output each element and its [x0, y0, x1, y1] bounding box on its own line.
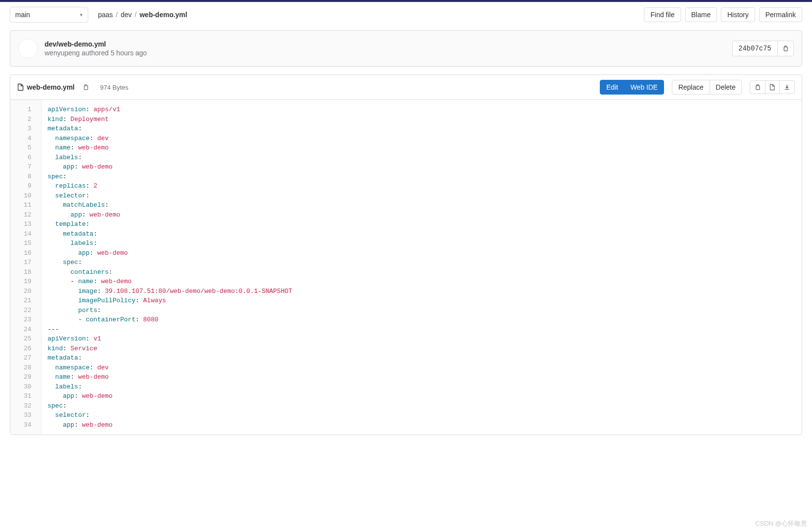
line-number[interactable]: 4 [10, 134, 33, 144]
code-line: app: web-demo [48, 391, 796, 401]
line-number[interactable]: 26 [10, 344, 33, 354]
code-line: image: 39.108.107.51:80/web-demo/web-dem… [48, 287, 796, 296]
edit-group: Edit Web IDE [600, 80, 664, 95]
line-number[interactable]: 15 [10, 239, 33, 248]
code-line: metadata: [48, 124, 796, 134]
file-size: 974 Bytes [100, 84, 128, 91]
code-line: name: web-demo [48, 372, 796, 382]
line-number[interactable]: 6 [10, 153, 33, 163]
line-number[interactable]: 33 [10, 410, 33, 420]
blame-button[interactable]: Blame [685, 7, 717, 22]
line-number[interactable]: 24 [10, 325, 33, 335]
line-number[interactable]: 31 [10, 391, 33, 401]
code-content[interactable]: apiVersion: apps/v1kind: Deploymentmetad… [42, 100, 802, 434]
line-number[interactable]: 16 [10, 248, 33, 258]
line-number[interactable]: 10 [10, 191, 33, 201]
find-file-button[interactable]: Find file [644, 7, 681, 22]
code-line: selector: [48, 410, 796, 420]
line-number[interactable]: 12 [10, 210, 33, 220]
line-number[interactable]: 25 [10, 334, 33, 344]
commit-sha[interactable]: 24b07c75 [732, 41, 778, 56]
line-number[interactable]: 21 [10, 296, 33, 306]
permalink-button[interactable]: Permalink [759, 7, 802, 22]
line-number[interactable]: 9 [10, 181, 33, 191]
code-line: metadata: [48, 229, 796, 239]
line-number[interactable]: 1 [10, 105, 33, 115]
code-line: selector: [48, 191, 796, 201]
code-line: app: web-demo [48, 210, 796, 220]
svg-rect-2 [756, 86, 760, 90]
code-line: spec: [48, 258, 796, 267]
code-line: kind: Deployment [48, 115, 796, 124]
file-panel: web-demo.yml 974 Bytes Edit Web IDE Repl… [10, 74, 802, 435]
line-number[interactable]: 3 [10, 124, 33, 134]
commit-verb: authored [82, 49, 109, 57]
delete-button[interactable]: Delete [710, 80, 742, 95]
line-number[interactable]: 11 [10, 200, 33, 210]
line-number[interactable]: 28 [10, 363, 33, 373]
download-icon [784, 84, 790, 91]
line-number[interactable]: 22 [10, 306, 33, 315]
history-button[interactable]: History [721, 7, 755, 22]
code-area: 1234567891011121314151617181920212223242… [10, 100, 802, 434]
webide-button[interactable]: Web IDE [624, 80, 664, 95]
replace-button[interactable]: Replace [672, 80, 710, 95]
code-line: app: web-demo [48, 248, 796, 258]
download-button[interactable] [779, 80, 795, 94]
clipboard-icon [754, 84, 761, 91]
clipboard-icon [782, 45, 789, 52]
code-line: apiVersion: v1 [48, 334, 796, 344]
line-number[interactable]: 13 [10, 219, 33, 229]
breadcrumb: paas / dev / web-demo.yml [98, 11, 187, 19]
breadcrumb-mid[interactable]: dev [121, 11, 132, 19]
code-line: matchLabels: [48, 200, 796, 210]
code-line: name: web-demo [48, 143, 796, 153]
line-number[interactable]: 14 [10, 229, 33, 239]
file-icon [17, 83, 24, 91]
code-line: namespace: dev [48, 363, 796, 373]
commit-title[interactable]: dev/web-demo.yml [45, 40, 725, 48]
replace-delete-group: Replace Delete [672, 80, 742, 95]
copy-contents-button[interactable] [750, 80, 765, 94]
commit-author[interactable]: wenyupeng [45, 49, 80, 57]
line-number[interactable]: 18 [10, 267, 33, 277]
copy-sha-button[interactable] [778, 41, 794, 56]
code-line: app: web-demo [48, 162, 796, 172]
line-number[interactable]: 7 [10, 162, 33, 172]
document-icon [769, 84, 775, 91]
line-number[interactable]: 27 [10, 353, 33, 363]
breadcrumb-current: web-demo.yml [140, 11, 187, 19]
edit-button[interactable]: Edit [600, 80, 624, 95]
code-line: kind: Service [48, 344, 796, 354]
line-number[interactable]: 29 [10, 372, 33, 382]
branch-selector[interactable]: main ▾ [10, 7, 88, 23]
line-number[interactable]: 17 [10, 258, 33, 267]
raw-button[interactable] [765, 80, 780, 94]
line-number[interactable]: 5 [10, 143, 33, 153]
line-number[interactable]: 30 [10, 382, 33, 392]
line-number[interactable]: 20 [10, 287, 33, 296]
code-line: metadata: [48, 353, 796, 363]
line-number[interactable]: 32 [10, 401, 33, 411]
file-name: web-demo.yml [27, 83, 74, 91]
file-toolbar: main ▾ paas / dev / web-demo.yml Find fi… [10, 7, 802, 23]
line-gutter: 1234567891011121314151617181920212223242… [10, 100, 42, 434]
line-number[interactable]: 8 [10, 172, 33, 182]
code-line: labels: [48, 153, 796, 163]
line-number[interactable]: 2 [10, 115, 33, 124]
chevron-down-icon: ▾ [80, 12, 83, 18]
code-line: imagePullPolicy: Always [48, 296, 796, 306]
copy-path-button[interactable] [78, 81, 93, 94]
code-line: - name: web-demo [48, 277, 796, 287]
code-line: spec: [48, 172, 796, 182]
file-title: web-demo.yml [17, 83, 74, 91]
breadcrumb-sep: / [135, 11, 137, 19]
commit-meta: wenyupeng authored 5 hours ago [45, 49, 725, 57]
line-number[interactable]: 23 [10, 315, 33, 325]
commit-sha-group: 24b07c75 [732, 41, 794, 56]
line-number[interactable]: 34 [10, 420, 33, 430]
breadcrumb-root[interactable]: paas [98, 11, 113, 19]
line-number[interactable]: 19 [10, 277, 33, 287]
code-line: --- [48, 325, 796, 335]
code-line: apiVersion: apps/v1 [48, 105, 796, 115]
